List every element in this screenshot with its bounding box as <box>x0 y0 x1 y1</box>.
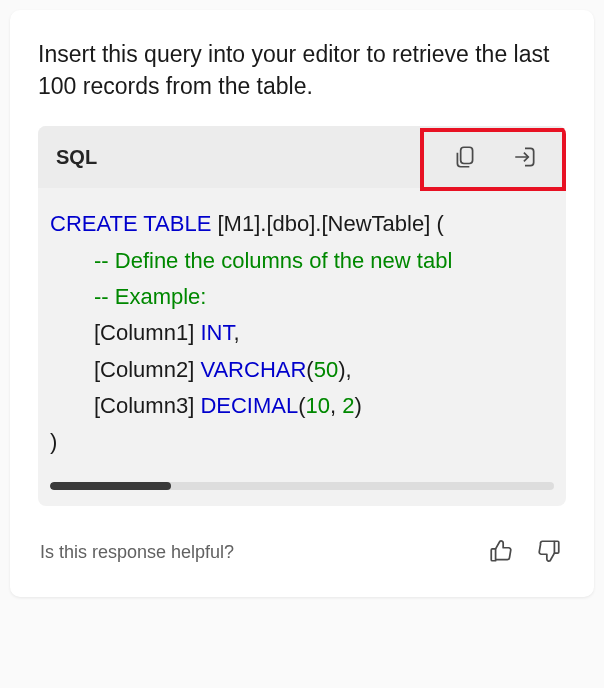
code-line: CREATE TABLE [M1].[dbo].[NewTable] ( <box>50 206 554 242</box>
code-line: -- Define the columns of the new tabl <box>50 243 554 279</box>
insert-button[interactable] <box>508 140 542 174</box>
scrollbar-thumb[interactable] <box>50 482 171 490</box>
code-actions <box>448 140 548 174</box>
feedback-row: Is this response helpful? <box>38 536 566 569</box>
code-line: [Column3] DECIMAL(10, 2) <box>50 388 554 424</box>
svg-rect-0 <box>461 148 473 164</box>
thumbs-down-button[interactable] <box>534 536 564 569</box>
code-header: SQL <box>38 126 566 188</box>
feedback-prompt: Is this response helpful? <box>40 542 234 563</box>
code-line: [Column2] VARCHAR(50), <box>50 352 554 388</box>
code-body: CREATE TABLE [M1].[dbo].[NewTable] (-- D… <box>38 188 566 468</box>
code-line: -- Example: <box>50 279 554 315</box>
assistant-response-card: Insert this query into your editor to re… <box>10 10 594 597</box>
thumbs-down-icon <box>536 538 562 564</box>
code-line: ) <box>50 424 554 460</box>
code-language-label: SQL <box>56 146 97 169</box>
copy-button[interactable] <box>448 140 482 174</box>
instruction-text: Insert this query into your editor to re… <box>38 38 566 102</box>
thumbs-up-icon <box>488 538 514 564</box>
code-block: SQL CREATE TABLE [M1].[d <box>38 126 566 506</box>
code-line: [Column1] INT, <box>50 315 554 351</box>
horizontal-scrollbar[interactable] <box>50 482 554 490</box>
copy-icon <box>452 144 478 170</box>
feedback-icons <box>486 536 564 569</box>
insert-icon <box>512 144 538 170</box>
thumbs-up-button[interactable] <box>486 536 516 569</box>
